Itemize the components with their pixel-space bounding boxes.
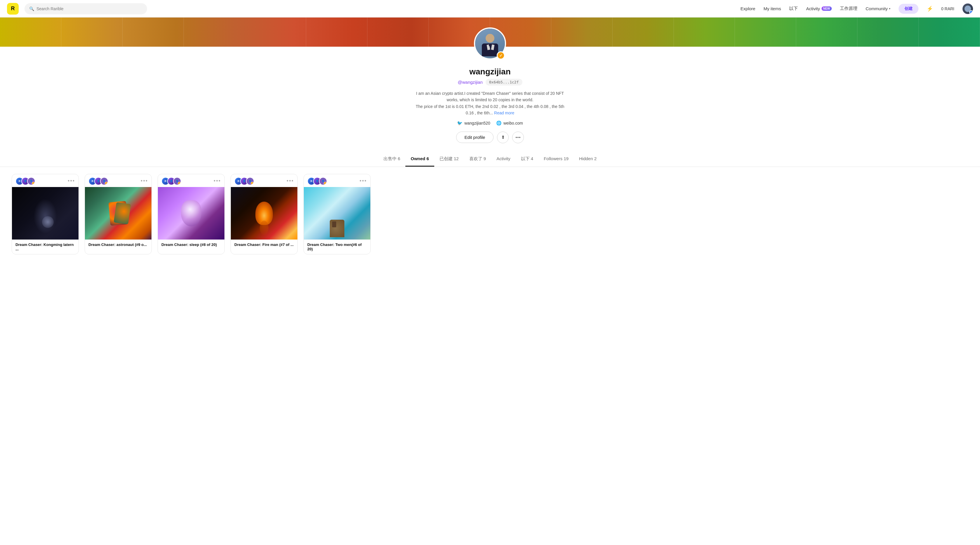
twitter-link[interactable]: 🐦 wangzijian520 [457,121,490,126]
activity-new-badge: NEW [821,6,832,11]
user-avatar-nav[interactable]: ✓ [963,3,973,14]
card-avatar-verified: 👤 ✓ [27,177,35,185]
tab-following[interactable]: 以下 4 [516,152,539,167]
card-3-avatar-verified: 👤 ✓ [173,177,181,185]
card-4-avatar-verified: 👤 ✓ [246,177,254,185]
card-2-title: Dream Chaser: astronaut (#9 o... [85,240,151,250]
avatar-verified-icon: ✓ [969,10,973,14]
card-5-header: R 👤 👤 ✓ ••• [304,174,370,187]
create-button[interactable]: 创建 [899,4,918,14]
twitter-icon: 🐦 [457,121,463,126]
tab-activity[interactable]: Activity [491,152,516,167]
card-5-title: Dream Chaser: Two men(#6 of 20) [304,240,370,254]
tab-followers-label: Followers 19 [544,156,568,161]
edit-profile-button[interactable]: Edit profile [456,132,494,143]
nav-yixia[interactable]: 以下 [789,6,798,11]
nft-card-3[interactable]: R 👤 👤 ✓ ••• Dream Chaser: sleep (#8 of 2… [158,174,225,254]
card-2-verified-icon: ✓ [105,182,108,185]
tab-activity-label: Activity [496,156,511,161]
more-icon: ••• [516,135,521,140]
card-4-more-button[interactable]: ••• [286,178,294,184]
logo-button[interactable]: R [7,3,19,14]
tab-owned[interactable]: Owned 6 [406,152,434,167]
nft-card-5[interactable]: R 👤 👤 ✓ ••• Dream Chaser [304,174,371,254]
wallet-address[interactable]: 0x64b5...1c2f [485,79,522,86]
tab-created[interactable]: 已创建 12 [434,152,464,167]
action-buttons: Edit profile ⬆ ••• [456,132,524,143]
address-row: @wangzijian 0x64b5...1c2f [458,79,522,86]
globe-icon: 🌐 [496,121,502,126]
nav-activity[interactable]: Activity NEW [806,6,832,11]
card-4-title: Dream Chaser: Fire man (#7 of ... [231,240,298,250]
card-1-header: R 👤 👤 ✓ ••• [12,174,78,187]
card-2-header: R 👤 👤 ✓ ••• [85,174,151,187]
card-4-avatars: R 👤 👤 ✓ [234,177,254,185]
profile-banner: ✓ [0,17,980,47]
tab-created-label: 已创建 12 [439,156,459,161]
card-5-more-button[interactable]: ••• [360,178,367,184]
tab-hidden[interactable]: Hidden 2 [574,152,602,167]
nft-card-2[interactable]: R 👤 👤 ✓ ••• Dream Chaser: astronaut ( [84,174,152,254]
more-options-button[interactable]: ••• [512,132,524,143]
card-1-avatars: R 👤 👤 ✓ [16,177,35,185]
card-3-verified-icon: ✓ [178,182,181,185]
logo-text: R [11,6,15,12]
lightning-button[interactable]: ⚡ [927,6,933,12]
tab-liked[interactable]: 喜欢了 9 [464,152,492,167]
profile-verified-badge: ✓ [497,51,505,59]
card-4-header: R 👤 👤 ✓ ••• [231,174,298,187]
nav-explore[interactable]: Explore [740,6,755,11]
card-3-more-button[interactable]: ••• [214,178,221,184]
profile-username: wangzijian [469,67,511,76]
share-icon: ⬆ [501,135,505,140]
social-links: 🐦 wangzijian520 🌐 weibo.com [457,121,523,126]
bio-text: I am an Asian crypto artist.I created "D… [416,91,565,115]
profile-avatar-container: ✓ [474,27,506,59]
card-1-image [12,187,78,240]
tab-following-label: 以下 4 [521,156,533,161]
profile-tabs: 出售中 6 Owned 6 已创建 12 喜欢了 9 Activity 以下 4… [0,152,980,167]
card-2-avatars: R 👤 👤 ✓ [88,177,108,185]
card-3-avatars: R 👤 👤 ✓ [161,177,181,185]
nft-card-4[interactable]: R 👤 👤 ✓ ••• Dream Chaser: Fire man (# [231,174,298,254]
card-2-more-button[interactable]: ••• [141,178,148,184]
profile-bio: I am an Asian crypto artist.I created "D… [414,90,566,116]
profile-section: wangzijian @wangzijian 0x64b5...1c2f I a… [0,47,980,149]
navbar: R 🔍 Explore My items 以下 Activity NEW 工作原… [0,0,980,17]
tab-liked-label: 喜欢了 9 [469,156,486,161]
website-url: weibo.com [503,121,523,126]
search-icon: 🔍 [29,6,34,11]
card-2-image [85,187,151,240]
rari-balance: 0 RARI [941,6,954,11]
tab-owned-label: Owned 6 [410,156,429,161]
tab-on-sale[interactable]: 出售中 6 [378,152,406,167]
card-3-image [158,187,224,240]
card-1-title: Dream Chaser: Kongming latern ... [12,240,78,254]
twitter-handle: wangzijian520 [464,121,490,126]
nft-card-1[interactable]: R 👤 👤 ✓ ••• Dream Chaser: Ko [12,174,79,254]
search-input[interactable] [37,6,142,11]
read-more-link[interactable]: Read more [494,111,514,115]
nav-community[interactable]: Community ▾ [865,6,890,11]
card-5-avatars: R 👤 👤 ✓ [307,177,327,185]
tab-on-sale-label: 出售中 6 [383,156,400,161]
share-button[interactable]: ⬆ [497,132,509,143]
profile-handle[interactable]: @wangzijian [458,79,482,84]
nav-links: Explore My items 以下 Activity NEW 工作原理 Co… [740,3,973,14]
card-3-title: Dream Chaser: sleep (#8 of 20) [158,240,224,250]
chevron-down-icon: ▾ [889,7,890,10]
card-2-avatar-verified: 👤 ✓ [100,177,108,185]
nav-my-items[interactable]: My items [764,6,781,11]
card-verified-icon: ✓ [32,182,35,185]
card-3-header: R 👤 👤 ✓ ••• [158,174,224,187]
card-4-verified-icon: ✓ [251,182,254,185]
community-label: Community [865,6,888,11]
card-5-verified-icon: ✓ [324,182,327,185]
nft-cards-grid: R 👤 👤 ✓ ••• Dream Chaser: Ko [0,167,980,261]
tab-followers[interactable]: Followers 19 [538,152,574,167]
nav-how-it-works[interactable]: 工作原理 [840,6,858,11]
website-link[interactable]: 🌐 weibo.com [496,121,523,126]
card-4-image [231,187,298,240]
card-1-more-button[interactable]: ••• [68,178,75,184]
tabs-list: 出售中 6 Owned 6 已创建 12 喜欢了 9 Activity 以下 4… [378,152,602,167]
